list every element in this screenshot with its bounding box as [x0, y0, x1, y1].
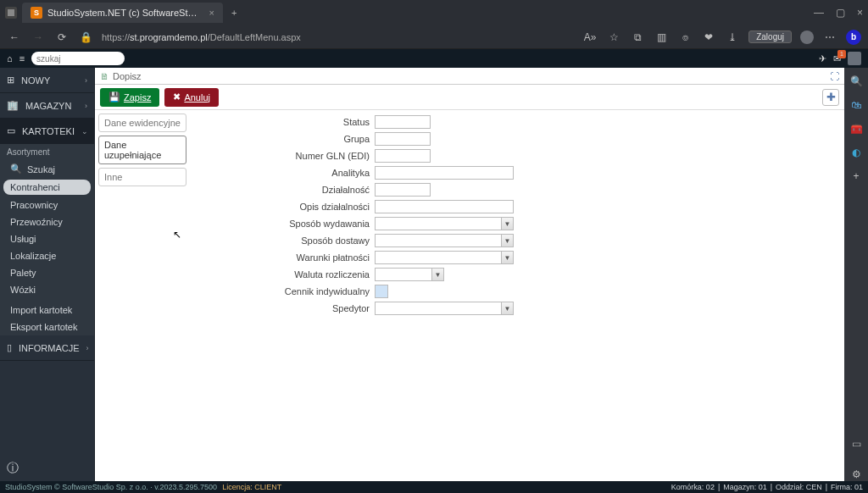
hub-icon[interactable]: ⧉ — [630, 31, 645, 43]
label-status: Status — [190, 117, 375, 127]
input-status[interactable] — [375, 115, 431, 129]
extensions-icon[interactable]: ⌾ — [677, 31, 693, 43]
nav-section-nowy[interactable]: ⊞ NOWY › — [0, 68, 94, 93]
sign-in-button[interactable]: Zaloguj — [748, 30, 792, 43]
global-search[interactable] — [31, 52, 125, 65]
input-dzialalnosc[interactable] — [375, 183, 431, 197]
status-left: StudioSystem © SoftwareStudio Sp. z o.o.… — [5, 483, 217, 491]
combo-waluta[interactable]: ▼ — [375, 268, 444, 281]
nav-item-lokalizacje[interactable]: Lokalizacje — [0, 247, 94, 264]
window-close-icon[interactable]: × — [857, 7, 863, 19]
tab-dane-ewidencyjne[interactable]: Dane ewidencyjne — [98, 114, 186, 132]
cancel-button[interactable]: ✖ Anuluj — [164, 88, 219, 107]
collections-icon[interactable]: ▥ — [654, 31, 669, 43]
combo-sposob-wydawania[interactable]: ▼ — [375, 217, 514, 230]
status-magazyn: Magazyn: 01 — [723, 483, 767, 491]
nav-refresh-icon[interactable]: ⟳ — [54, 31, 70, 43]
add-new-icon[interactable]: ✚ — [822, 89, 839, 106]
sidebar-search-icon[interactable]: 🔍 — [849, 75, 863, 88]
form-area: Status Grupa Numer GLN (EDI) Analityka D… — [190, 110, 844, 481]
label-sposob-wyd: Sposób wydawania — [190, 219, 375, 229]
nav-item-szukaj[interactable]: 🔍 Szukaj — [0, 160, 94, 178]
label-sposob-dost: Sposób dostawy — [190, 235, 375, 246]
nav-item-eksport[interactable]: Eksport kartotek — [0, 319, 94, 335]
star-icon[interactable]: ☆ — [606, 31, 621, 43]
window-maximize-icon[interactable]: ▢ — [836, 7, 845, 19]
downloads-icon[interactable]: ⤓ — [725, 31, 740, 43]
document-add-icon: 🗎 — [100, 71, 109, 81]
global-search-input[interactable] — [36, 54, 120, 64]
nav-item-import[interactable]: Import kartotek — [0, 302, 94, 319]
nav-item-pracownicy[interactable]: Pracownicy — [0, 197, 94, 213]
nav-section-kartoteki[interactable]: ▭ KARTOTEKI ⌄ — [0, 119, 94, 144]
combo-sposob-dostawy[interactable]: ▼ — [375, 234, 514, 247]
label-spedytor: Spedytor — [190, 303, 375, 313]
input-opis[interactable] — [375, 200, 514, 213]
nav-item-kontrahenci[interactable]: Kontrahenci — [3, 180, 91, 195]
chevron-right-icon: › — [86, 344, 89, 352]
status-bar: StudioSystem © SoftwareStudio Sp. z o.o.… — [0, 481, 868, 493]
label-cennik: Cennik indywidualny — [190, 286, 375, 296]
sidebar-plus-icon[interactable]: + — [849, 169, 863, 183]
lock-icon[interactable]: 🔒 — [78, 31, 93, 43]
new-tab-icon[interactable]: + — [231, 8, 236, 18]
status-komorka: Komórka: 02 — [671, 483, 715, 491]
nav-forward-icon: → — [31, 31, 46, 43]
tab-inne[interactable]: Inne — [98, 168, 186, 186]
window-minimize-icon[interactable]: — — [814, 7, 824, 19]
app-top-bar: ⌂ ≡ ✈ ✉1 — [0, 49, 868, 68]
input-analityka[interactable] — [375, 166, 514, 180]
tab-dane-uzupelniajace[interactable]: Dane uzupełniające — [98, 136, 186, 164]
nav-item-palety[interactable]: Palety — [0, 264, 94, 281]
input-grupa[interactable] — [375, 132, 431, 146]
nav-back-icon[interactable]: ← — [7, 31, 22, 43]
sidebar-outlook-icon[interactable]: ◐ — [849, 146, 863, 159]
combo-spedytor[interactable]: ▼ — [375, 302, 514, 315]
tab-title: StudioSystem.NET (c) SoftwareSt… — [47, 8, 197, 18]
user-menu-icon[interactable] — [848, 52, 861, 65]
warehouse-icon: 🏢 — [7, 100, 19, 111]
tab-close-icon[interactable]: × — [209, 8, 214, 18]
performance-icon[interactable]: ❤ — [701, 31, 716, 43]
sidebar-tools-icon[interactable]: 🧰 — [849, 122, 863, 136]
profile-avatar-icon[interactable] — [800, 30, 814, 44]
save-button[interactable]: 💾 Zapisz — [100, 88, 159, 107]
nav-section-magazyn[interactable]: 🏢 MAGAZYN › — [0, 93, 94, 119]
chevron-right-icon: › — [85, 76, 87, 85]
browser-tab[interactable]: S StudioSystem.NET (c) SoftwareSt… × — [22, 3, 223, 23]
nav-subheader: Asortyment — [0, 144, 94, 160]
nav-item-uslugi[interactable]: Usługi — [0, 230, 94, 247]
read-aloud-icon[interactable]: A» — [582, 31, 598, 43]
action-bar: 💾 Zapisz ✖ Anuluj ✚ — [95, 85, 844, 110]
nav-item-przewoznicy[interactable]: Przewoźnicy — [0, 213, 94, 230]
hamburger-icon[interactable]: ≡ — [19, 53, 25, 64]
label-grupa: Grupa — [190, 134, 375, 144]
plus-square-icon: ⊞ — [7, 75, 14, 86]
url-text[interactable]: https://st.programdemo.pl/DefaultLeftMen… — [102, 32, 574, 42]
app-menu-icon[interactable] — [5, 7, 17, 19]
nav-item-wozki[interactable]: Wózki — [0, 281, 94, 298]
content-title: Dopisz — [113, 71, 142, 81]
label-gln: Numer GLN (EDI) — [190, 151, 375, 161]
content-header: 🗎 Dopisz ⛶ — [95, 68, 844, 85]
content-close-icon[interactable]: ⛶ — [830, 71, 839, 81]
input-gln[interactable] — [375, 149, 431, 163]
combo-warunki-platnosci[interactable]: ▼ — [375, 251, 514, 264]
label-analityka: Analityka — [190, 168, 375, 178]
send-icon[interactable]: ✈ — [819, 53, 826, 64]
bing-icon[interactable]: b — [846, 30, 861, 45]
mail-icon[interactable]: ✉1 — [833, 53, 841, 64]
sidebar-overflow-icon[interactable]: ▭ — [849, 437, 863, 451]
nav-section-informacje[interactable]: ▯ INFORMACJE › — [0, 335, 94, 361]
document-icon: ▯ — [7, 342, 12, 353]
label-opis: Opis działalności — [190, 202, 375, 212]
checkbox-cennik[interactable] — [375, 285, 388, 298]
label-dzialalnosc: Działalność — [190, 185, 375, 195]
chevron-right-icon: › — [85, 102, 87, 110]
home-icon[interactable]: ⌂ — [7, 53, 13, 64]
sidebar-shopping-icon[interactable]: 🛍 — [849, 98, 863, 112]
info-icon[interactable]: ⓘ — [0, 456, 94, 481]
more-icon[interactable]: ⋯ — [822, 31, 837, 43]
sidebar-settings-icon[interactable]: ⚙ — [849, 468, 863, 481]
content-pane: 🗎 Dopisz ⛶ 💾 Zapisz ✖ Anuluj ✚ Dane ewid… — [95, 68, 844, 481]
